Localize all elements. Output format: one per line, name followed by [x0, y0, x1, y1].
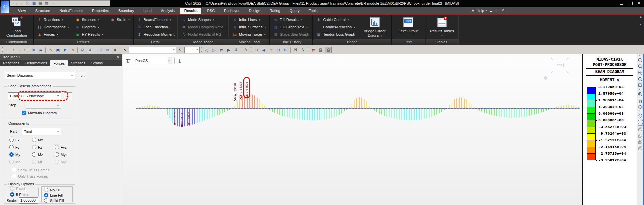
ribbon-item-influ-lines[interactable]: ∧Influ. Lines▼ [232, 16, 267, 23]
select-circle-icon[interactable]: ○ [69, 47, 76, 53]
select-plane-icon[interactable]: ⇕ [87, 47, 93, 53]
scale-input[interactable]: 1.000000 [19, 197, 38, 204]
radio-fy[interactable]: Fy [9, 145, 19, 149]
ribbon-item-diagram[interactable]: ≈Diagram▼ [74, 23, 104, 31]
menu-query[interactable]: Query [286, 8, 304, 14]
part-combo[interactable]: Total ▼ [22, 128, 61, 135]
restore-button[interactable] [628, 1, 633, 5]
undo-dropdown-icon[interactable]: ▾ [12, 47, 15, 53]
menu-view[interactable]: View [14, 8, 30, 14]
ribbon-item-beam-element[interactable]: ⅠBeam/Element▼ [136, 16, 175, 23]
tracer-pick-icon[interactable]: ↖ [177, 47, 184, 53]
group-combo[interactable]: ▼ [184, 47, 200, 53]
dashed-window-icon[interactable]: ⊡ [253, 47, 260, 53]
ribbon-item-forces[interactable]: ▲Forces▼ [36, 31, 70, 38]
element-number-icon[interactable]: N [300, 47, 306, 53]
node-number-icon[interactable]: N [292, 47, 299, 53]
ribbon-item-t-h-graph-text[interactable]: ▥T.H Graph/Text▼ [272, 23, 310, 31]
edit-icon[interactable]: ✎ [243, 47, 249, 53]
redo-icon[interactable]: → [16, 47, 22, 53]
ribbon-item-strain[interactable]: ◆Strain▼ [109, 16, 131, 23]
ribbon-item-cable-control[interactable]: ⋔Cable Control▼ [315, 16, 356, 23]
radio-5-points[interactable]: 5 Points [10, 192, 29, 197]
load-combination-combo[interactable]: CBall: ULS envelope ▼ [8, 92, 61, 99]
radio-solid-fill[interactable]: Solid Fill [44, 198, 64, 203]
ribbon-item-influ-surfaces[interactable]: ∧Influ. Surfaces▼ [232, 23, 267, 31]
ribbon-big-text-output[interactable]: TextText Output [394, 16, 422, 39]
maxmin-diagram-checkbox[interactable]: ✓ Max/Min Diagram [22, 111, 57, 115]
paste-node-icon[interactable]: ⊞ [30, 47, 37, 53]
menu-properties[interactable]: Properties [88, 8, 113, 14]
unlock-icon[interactable] [317, 47, 324, 53]
ribbon-item-hy-results[interactable]: ▣HY Results▼ [74, 31, 104, 38]
result-type-combo[interactable]: Beam Diagrams ▼ [5, 72, 75, 79]
minimize-button[interactable] [619, 1, 625, 5]
menu-boundary[interactable]: Boundary [114, 8, 138, 14]
lock-icon[interactable] [325, 47, 332, 53]
menu-tools[interactable]: Tools [305, 8, 322, 14]
radio-fz[interactable]: Fz [32, 145, 42, 149]
ribbon-item-stresses[interactable]: ◆Stresses▼ [74, 16, 104, 23]
ribbon-item-mode-shapes[interactable]: ∿Mode Shapes▼ [181, 16, 226, 23]
menu-rating[interactable]: Rating [266, 8, 284, 14]
ribbon-item-reduction-moment[interactable]: ↥Reduction Moment [136, 31, 175, 38]
swap-colors-icon[interactable]: ⇄ [310, 47, 317, 53]
radio-fyz[interactable]: Fyz [55, 145, 67, 149]
ribbon-item-local-direction[interactable]: ⇅Local Direction.. [136, 23, 175, 31]
model-hierarchy-icon[interactable]: ≣ [37, 47, 44, 53]
save-view-icon[interactable]: ⇓ [233, 47, 239, 53]
layers-icon[interactable]: ▱ [268, 47, 274, 53]
select-previous-icon[interactable]: ◤ [62, 47, 69, 53]
ribbon-item-tendon-loss-graph[interactable]: ▦Tendon Loss Graph [315, 31, 356, 38]
radio-my[interactable]: My [9, 152, 20, 157]
ribbon-item-camber-reaction[interactable]: ∼Camber/Reaction▼ [315, 23, 356, 31]
menu-analysis[interactable]: Analysis [157, 8, 179, 14]
radio-fx[interactable]: Fx [9, 138, 19, 142]
ribbon-options-icon[interactable]: ▾ [638, 22, 643, 27]
help-menu[interactable]: Help [477, 9, 484, 13]
tab-stresses[interactable]: Stresses [68, 60, 88, 66]
select-icon[interactable]: ↖ [47, 47, 54, 53]
named-selection-combo[interactable]: ▼ [129, 47, 176, 53]
menu-pushover[interactable]: Pushover [220, 8, 243, 14]
speaker-icon[interactable]: ◀ [260, 47, 267, 53]
unselect-all-icon[interactable]: ⊠ [104, 47, 111, 53]
mdi-restore-button[interactable] [495, 9, 499, 12]
mdi-minimize-button[interactable] [489, 9, 493, 12]
zoom-select-icon[interactable]: ⊗ [112, 47, 118, 53]
ribbon-item-t-h-results[interactable]: ∿T.H Results▼ [272, 16, 310, 23]
menu-design[interactable]: Design [245, 8, 264, 14]
undo-icon[interactable]: ← [4, 47, 11, 53]
ribbon-item-reactions[interactable]: ↥Reactions▼ [36, 16, 70, 23]
redo-dropdown-icon[interactable]: ▾ [23, 47, 26, 53]
tab-strains[interactable]: Strains [88, 60, 106, 66]
menu-results[interactable]: Results [180, 7, 202, 14]
tab-reactions[interactable]: Reactions [0, 60, 22, 66]
select-window-icon[interactable]: ▣ [55, 47, 61, 53]
tab-forces[interactable]: Forces [50, 60, 68, 66]
ribbon-item-deformations[interactable]: ∏Deformations▼ [36, 23, 70, 31]
tab-deformations[interactable]: Deformations [22, 60, 50, 66]
help-dropdown-icon[interactable]: ▾ [486, 9, 487, 12]
model-viewport[interactable]: PostCS ▼ ↖ ↗ TOP ↙ ↘ ✥ Min: -33318Min: -… [123, 54, 582, 205]
polygon-unselect-icon[interactable]: ▷ [211, 47, 217, 53]
ribbon-big-load-combination[interactable]: LCLC+Load Combination [3, 16, 31, 39]
ribbon-item-moving-tracer[interactable]: ▤Moving Tracer▼ [232, 31, 267, 38]
settings-gear-icon[interactable]: ✱ [471, 8, 475, 13]
play-icon[interactable]: ▶ [225, 47, 232, 53]
radio-line-fill[interactable]: Line Fill [44, 193, 63, 197]
panel-close-icon[interactable]: ✕ [116, 55, 120, 59]
checkbox-show-truss-forces[interactable]: Show Truss Forces [12, 168, 49, 172]
monitor-settings-icon[interactable]: ⊞ [282, 47, 289, 53]
menu-structure[interactable]: Structure [31, 8, 54, 14]
menu-node-element[interactable]: Node/Element [55, 8, 87, 14]
close-button[interactable] [637, 1, 642, 5]
load-combination-browse-button[interactable]: ... [64, 92, 72, 99]
ribbon-big-results-tables[interactable]: Results Tables▼ [428, 16, 456, 39]
mdi-close-button[interactable] [501, 9, 505, 12]
radio-mx[interactable]: Mx [32, 138, 43, 142]
step-combo[interactable]: ▼ [26, 102, 61, 109]
result-type-browse-button[interactable]: ... [79, 72, 87, 79]
radio-mz[interactable]: Mz [32, 152, 43, 157]
menu-load[interactable]: Load [139, 8, 155, 14]
